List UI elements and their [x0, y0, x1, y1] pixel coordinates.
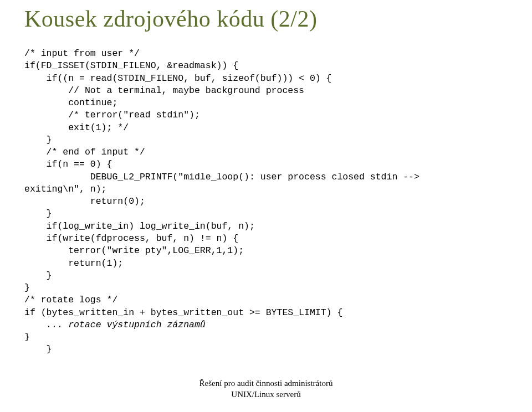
code-line: // Not a terminal, maybe background proc… — [24, 85, 304, 96]
code-line: } — [24, 332, 30, 342]
code-line: if(n == 0) { — [24, 159, 112, 169]
code-line: /* rotate logs */ — [24, 295, 117, 305]
code-line: if((n = read(STDIN_FILENO, buf, sizeof(b… — [24, 73, 332, 84]
code-line: if(FD_ISSET(STDIN_FILENO, &readmask)) { — [24, 60, 238, 71]
slide-footer: Řešení pro audit činnosti administrátorů… — [0, 378, 532, 400]
code-line: return(0); — [24, 196, 145, 207]
code-line: if(write(fdprocess, buf, n) != n) { — [24, 233, 238, 244]
code-line: } — [24, 282, 30, 293]
code-line: if (bytes_written_in + bytes_written_out… — [24, 307, 342, 318]
code-line: /* input from user */ — [24, 48, 140, 59]
code-line: } — [24, 208, 52, 219]
code-line: } — [24, 270, 52, 281]
footer-line-1: Řešení pro audit činnosti administrátorů — [0, 378, 532, 389]
code-line: } — [24, 344, 52, 354]
code-line: } — [24, 135, 52, 145]
slide-title: Kousek zdrojového kódu (2/2) — [24, 6, 508, 32]
code-line: /* terror("read stdin"); — [24, 110, 200, 120]
code-line: /* end of input */ — [24, 147, 145, 157]
code-block: /* input from user */ if(FD_ISSET(STDIN_… — [24, 48, 508, 356]
code-line: exit(1); */ — [24, 122, 129, 133]
footer-line-2: UNIX/Linux serverů — [0, 389, 532, 400]
code-line: exiting\n", n); — [24, 184, 107, 194]
code-line: DEBUG_L2_PRINTF("midle_loop(): user proc… — [24, 172, 425, 182]
code-line-italic: ... rotace výstupních záznamů — [24, 320, 206, 330]
code-line: return(1); — [24, 258, 123, 269]
code-line: if(log_write_in) log_write_in(buf, n); — [24, 221, 255, 231]
code-line: terror("write pty",LOG_ERR,1,1); — [24, 245, 244, 256]
code-line: continue; — [24, 97, 117, 108]
